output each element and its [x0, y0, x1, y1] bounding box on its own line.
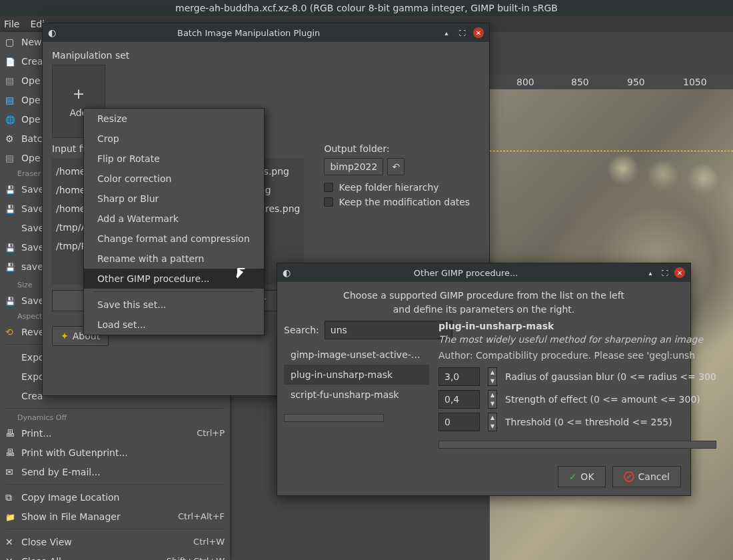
- addmenu-item[interactable]: Sharp or Blur: [84, 189, 264, 209]
- param-label: Radius of gaussian blur (0 <= radius <= …: [505, 371, 716, 382]
- gimp-icon: ◐: [48, 27, 56, 38]
- menu-file[interactable]: File: [4, 19, 19, 29]
- addmenu-item[interactable]: Rename with a pattern: [84, 249, 264, 269]
- main-title: merge-ah-buddha.xcf.xz-8.0 (RGB colour 8…: [175, 3, 558, 13]
- checkbox-icon: [324, 183, 333, 192]
- output-folder-up-button[interactable]: ↶: [387, 158, 404, 175]
- close-button[interactable]: ✕: [674, 267, 685, 278]
- checkbox-icon: [324, 197, 333, 207]
- save-icon: [5, 184, 16, 195]
- search-label: Search:: [284, 325, 319, 335]
- ok-button[interactable]: ✓OK: [558, 466, 606, 487]
- ic-open-icon: [5, 95, 16, 105]
- param-row: 3,0 ▲▼ Radius of gaussian blur (0 <= rad…: [438, 367, 716, 386]
- addmenu-item[interactable]: Save this set...: [84, 295, 264, 315]
- procedure-dialog: ◐ Other GIMP procedure... ▴ ⛶ ✕ Choose a…: [277, 263, 691, 496]
- procedure-list[interactable]: gimp-image-unset-active-channplug-in-uns…: [284, 345, 429, 405]
- ic-new-icon: [5, 37, 16, 47]
- filemenu-close-view[interactable]: Close ViewCtrl+W: [0, 532, 230, 551]
- scrollbar[interactable]: [438, 441, 716, 449]
- bimp-title: Batch Image Manipulation Plugin: [61, 28, 436, 38]
- close-icon: [5, 537, 16, 547]
- ic-gear-icon: [5, 133, 16, 144]
- procedure-list-item[interactable]: plug-in-unsharp-mask: [284, 365, 429, 385]
- separator: [7, 484, 223, 485]
- mouse-cursor: [237, 268, 247, 280]
- search-input[interactable]: [325, 321, 452, 339]
- procedure-description: The most widely useful method for sharpe…: [438, 334, 716, 345]
- ruler: 800 850 950 1050: [490, 75, 733, 89]
- addmenu-item[interactable]: Load set...: [84, 315, 264, 335]
- param-label: Strength of effect (0 <= amount <= 300): [505, 394, 700, 405]
- addmenu-item[interactable]: Color correction: [84, 169, 264, 189]
- ic-open-icon: [5, 153, 16, 163]
- param-label: Threshold (0 <= threshold <= 255): [505, 417, 672, 427]
- spin-arrows[interactable]: ▲▼: [488, 413, 497, 431]
- save-icon: [5, 242, 16, 253]
- keep-hierarchy-checkbox[interactable]: Keep folder hierarchy: [324, 182, 480, 193]
- filemenu-send-email[interactable]: Send by E-mail...: [0, 462, 230, 481]
- addmenu-item[interactable]: Resize: [84, 109, 264, 129]
- scrollbar[interactable]: [284, 414, 384, 422]
- param-spin-input[interactable]: 0: [438, 413, 480, 431]
- cancel-button[interactable]: Cancel: [612, 466, 681, 487]
- bimp-titlebar[interactable]: ◐ Batch Image Manipulation Plugin ▴ ⛶ ✕: [43, 23, 489, 42]
- shade-button[interactable]: ▴: [645, 267, 656, 278]
- shade-button[interactable]: ▴: [441, 27, 452, 38]
- close-button[interactable]: ✕: [473, 27, 484, 38]
- selection-marquee: [490, 151, 733, 151]
- ic-page-icon: [5, 56, 16, 67]
- copy-icon: [5, 492, 16, 503]
- procedure-title: Other GIMP procedure...: [291, 268, 641, 278]
- revert-icon: [5, 327, 16, 337]
- filemenu-show-fm[interactable]: Show in File ManagerCtrl+Alt+F: [0, 507, 230, 526]
- addmenu-item[interactable]: Flip or Rotate: [84, 149, 264, 169]
- param-spin-input[interactable]: 0,4: [438, 390, 480, 409]
- procedure-list-item[interactable]: gimp-image-unset-active-chann: [284, 345, 429, 365]
- manipulation-set-label: Manipulation set: [52, 50, 480, 61]
- ic-loc-icon: [5, 114, 16, 125]
- ic-open-icon: [5, 75, 16, 86]
- plus-icon: +: [73, 85, 85, 102]
- addmenu-item[interactable]: Add a Watermark: [84, 209, 264, 229]
- maximize-button[interactable]: ⛶: [660, 267, 670, 278]
- addmenu-item[interactable]: Crop: [84, 129, 264, 149]
- menu-separator: [93, 291, 255, 292]
- procedure-intro: Choose a supported GIMP procedure from t…: [277, 282, 690, 321]
- save-icon: [5, 203, 16, 214]
- filemenu-gutenprint[interactable]: Print with Gutenprint...: [0, 443, 230, 462]
- param-spin-input[interactable]: 3,0: [438, 367, 480, 386]
- maximize-button[interactable]: ⛶: [457, 27, 468, 38]
- save-icon: [5, 261, 16, 272]
- close-icon: [5, 556, 16, 561]
- save-icon: [5, 223, 16, 233]
- star-icon: ✦: [61, 331, 69, 341]
- cancel-icon: [624, 471, 634, 482]
- folder-icon: [5, 511, 16, 522]
- mail-icon: [5, 467, 16, 477]
- procedure-list-item[interactable]: script-fu-unsharp-mask: [284, 385, 429, 405]
- output-folder-button[interactable]: bimp2022: [324, 158, 383, 175]
- output-folder-label: Output folder:: [324, 143, 480, 154]
- print-icon: [5, 428, 16, 439]
- separator: [7, 408, 223, 409]
- procedure-name: plug-in-unsharp-mask: [438, 321, 716, 331]
- spin-arrows[interactable]: ▲▼: [488, 390, 497, 409]
- check-icon: ✓: [569, 471, 577, 482]
- procedure-titlebar[interactable]: ◐ Other GIMP procedure... ▴ ⛶ ✕: [277, 263, 690, 282]
- addmenu-item[interactable]: Change format and compression: [84, 229, 264, 249]
- keep-mod-dates-checkbox[interactable]: Keep the modification dates: [324, 197, 480, 207]
- print-icon: [5, 447, 16, 458]
- save-icon: [5, 295, 16, 306]
- dynamics-hint: Dynamics Off: [0, 411, 230, 423]
- param-row: 0 ▲▼ Threshold (0 <= threshold <= 255): [438, 413, 716, 431]
- add-manipulation-menu: ResizeCropFlip or RotateColor correction…: [83, 108, 265, 335]
- filemenu-close-all[interactable]: Close AllShift+Ctrl+W: [0, 551, 230, 560]
- spin-arrows[interactable]: ▲▼: [488, 367, 497, 386]
- filemenu-copy-location[interactable]: Copy Image Location: [0, 487, 230, 507]
- procedure-author: Author: Compatibility procedure. Please …: [438, 350, 716, 361]
- separator: [7, 529, 223, 529]
- filemenu-print[interactable]: Print...Ctrl+P: [0, 423, 230, 443]
- param-row: 0,4 ▲▼ Strength of effect (0 <= amount <…: [438, 390, 716, 409]
- gimp-icon: ◐: [283, 267, 291, 278]
